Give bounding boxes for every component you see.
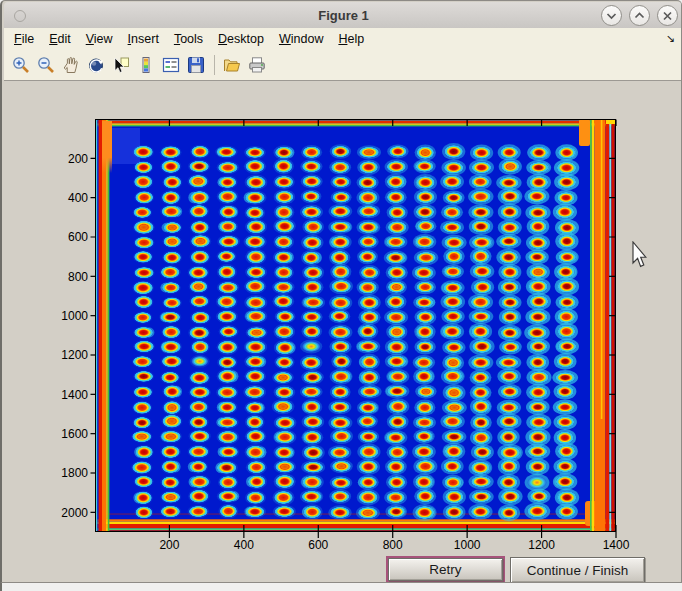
data-cursor-icon[interactable] (110, 54, 132, 76)
figure-window: Figure 1 FileEditViewInsertToolsDesktopW… (0, 0, 682, 583)
maximize-button[interactable] (629, 5, 650, 26)
toolbar (4, 50, 682, 81)
y-tick-label: 1200 (61, 348, 88, 362)
continue-finish-button[interactable]: Continue / Finish (510, 557, 645, 583)
menu-insert[interactable]: Insert (128, 32, 159, 46)
menu-view[interactable]: View (86, 32, 113, 46)
x-tick-label: 400 (234, 538, 254, 552)
toolbar-separator (214, 55, 215, 75)
x-tick-label: 200 (159, 538, 179, 552)
menubar: FileEditViewInsertToolsDesktopWindowHelp… (4, 28, 682, 50)
menu-desktop[interactable]: Desktop (218, 32, 264, 46)
y-tick-label: 1400 (61, 388, 88, 402)
insert-colorbar-icon[interactable] (135, 54, 157, 76)
y-tick-label: 200 (68, 152, 88, 166)
minimize-button[interactable] (601, 5, 622, 26)
pan-hand-icon[interactable] (60, 54, 82, 76)
x-tick-label: 800 (383, 538, 403, 552)
menu-help[interactable]: Help (338, 32, 364, 46)
dock-figure-icon[interactable]: ↘ (666, 32, 675, 45)
x-tick-label: 1400 (603, 538, 630, 552)
open-file-icon[interactable] (221, 54, 243, 76)
y-tick-label: 1600 (61, 427, 88, 441)
print-figure-icon[interactable] (246, 54, 268, 76)
menu-window[interactable]: Window (279, 32, 323, 46)
y-tick-label: 1000 (61, 309, 88, 323)
window-menu-icon[interactable] (14, 10, 26, 22)
zoom-out-icon[interactable] (35, 54, 57, 76)
window-left-edge (0, 583, 2, 591)
menu-file[interactable]: File (14, 32, 34, 46)
y-tick-label: 600 (68, 230, 88, 244)
menu-tools[interactable]: Tools (174, 32, 203, 46)
window-buttons (601, 5, 678, 26)
y-tick-label: 800 (68, 270, 88, 284)
save-figure-icon[interactable] (185, 54, 207, 76)
window-title: Figure 1 (318, 8, 369, 23)
menu-edit[interactable]: Edit (49, 32, 71, 46)
x-tick-label: 600 (308, 538, 328, 552)
figure-axes[interactable]: 2004006008001000120014002004006008001000… (2, 82, 682, 583)
y-tick-label: 2000 (61, 506, 88, 520)
retry-button[interactable]: Retry (388, 558, 503, 581)
rotate-3d-icon[interactable] (85, 54, 107, 76)
titlebar[interactable]: Figure 1 (4, 2, 682, 29)
insert-legend-icon[interactable] (160, 54, 182, 76)
y-tick-label: 1800 (61, 466, 88, 480)
x-tick-label: 1200 (528, 538, 555, 552)
zoom-in-icon[interactable] (10, 54, 32, 76)
x-tick-label: 1000 (454, 538, 481, 552)
close-button[interactable] (657, 5, 678, 26)
y-tick-label: 400 (68, 191, 88, 205)
